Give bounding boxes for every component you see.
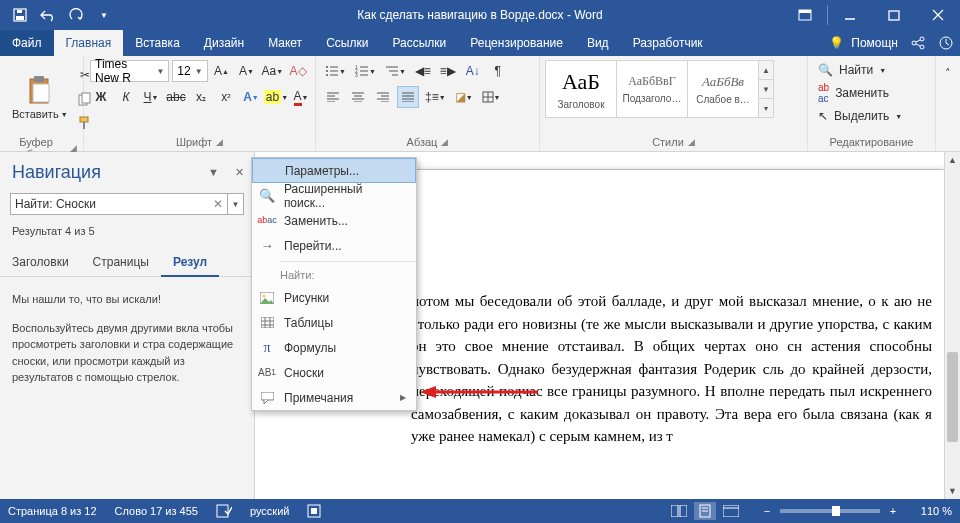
- justify-button[interactable]: [397, 86, 419, 108]
- scroll-thumb[interactable]: [947, 352, 958, 442]
- shading-button[interactable]: ◪▼: [452, 86, 476, 108]
- ribbon-display-options[interactable]: [783, 0, 827, 30]
- tab-file[interactable]: Файл: [0, 30, 54, 56]
- tab-view[interactable]: Вид: [575, 30, 621, 56]
- nav-tab-pages[interactable]: Страницы: [81, 249, 161, 276]
- paste-button[interactable]: Вставить▼: [6, 60, 74, 134]
- zoom-level[interactable]: 110 %: [906, 505, 952, 517]
- align-center-button[interactable]: [347, 86, 369, 108]
- menu-goto[interactable]: →Перейти...: [252, 233, 416, 258]
- grow-font-button[interactable]: A▲: [211, 60, 233, 82]
- font-color-button[interactable]: A▼: [290, 86, 312, 108]
- minimize-button[interactable]: [828, 0, 872, 30]
- nav-found-header: Мы нашли то, что вы искали!: [12, 291, 242, 308]
- font-size-combo[interactable]: 12▼: [172, 60, 207, 82]
- replace-button[interactable]: abacЗаменить: [814, 81, 929, 105]
- text-effects-button[interactable]: A▼: [240, 86, 262, 108]
- menu-advanced-search[interactable]: 🔍Расширенный поиск...: [252, 183, 416, 208]
- nav-pane-dropdown[interactable]: ▼: [208, 166, 219, 179]
- tell-me[interactable]: 💡 Помощн: [821, 30, 904, 56]
- view-print-layout[interactable]: [694, 502, 716, 520]
- bold-button[interactable]: Ж: [90, 86, 112, 108]
- shrink-font-button[interactable]: A▼: [236, 60, 258, 82]
- nav-tab-headings[interactable]: Заголовки: [0, 249, 81, 276]
- zoom-slider-thumb[interactable]: [832, 506, 840, 516]
- menu-options[interactable]: Параметры...: [252, 158, 416, 183]
- menu-replace[interactable]: abacЗаменить...: [252, 208, 416, 233]
- tab-mailings[interactable]: Рассылки: [380, 30, 458, 56]
- superscript-button[interactable]: x²: [215, 86, 237, 108]
- subscript-button[interactable]: x₂: [190, 86, 212, 108]
- select-button[interactable]: ↖Выделить▼: [814, 108, 929, 124]
- menu-tables[interactable]: Таблицы: [252, 310, 416, 335]
- scroll-down-button[interactable]: ▼: [945, 483, 960, 499]
- multilevel-button[interactable]: ▼: [382, 60, 409, 82]
- zoom-slider[interactable]: [780, 509, 880, 513]
- tab-design[interactable]: Дизайн: [192, 30, 256, 56]
- tab-layout[interactable]: Макет: [256, 30, 314, 56]
- history-button[interactable]: [932, 30, 960, 56]
- undo-button[interactable]: [34, 1, 62, 29]
- style-weak-highlight[interactable]: АаБбВвСлабое в…: [687, 60, 759, 118]
- collapse-ribbon-button[interactable]: ˄: [937, 62, 959, 84]
- decrease-indent-button[interactable]: ◀≡: [412, 60, 434, 82]
- status-spellcheck[interactable]: [216, 504, 232, 518]
- align-left-button[interactable]: [322, 86, 344, 108]
- bullets-button[interactable]: ▼: [322, 60, 349, 82]
- align-right-button[interactable]: [372, 86, 394, 108]
- highlight-button[interactable]: ab▼: [265, 86, 287, 108]
- menu-formulas[interactable]: πФормулы: [252, 335, 416, 360]
- strikethrough-button[interactable]: abc: [165, 86, 187, 108]
- view-read-mode[interactable]: [668, 502, 690, 520]
- line-spacing-button[interactable]: ‡≡▼: [422, 86, 449, 108]
- italic-button[interactable]: К: [115, 86, 137, 108]
- zoom-out-button[interactable]: −: [760, 505, 774, 517]
- redo-button[interactable]: [62, 1, 90, 29]
- status-page[interactable]: Страница 8 из 12: [8, 505, 97, 517]
- sort-button[interactable]: A↓: [462, 60, 484, 82]
- nav-search-dropdown[interactable]: ▼: [228, 193, 244, 215]
- menu-comments[interactable]: Примечания▶: [252, 385, 416, 410]
- menu-pictures[interactable]: Рисунки: [252, 285, 416, 310]
- nav-search-clear[interactable]: ✕: [213, 197, 223, 211]
- status-words[interactable]: Слово 17 из 455: [115, 505, 198, 517]
- svg-rect-1: [16, 16, 24, 20]
- svg-point-9: [912, 41, 916, 45]
- save-button[interactable]: [6, 1, 34, 29]
- scroll-up-button[interactable]: ▲: [945, 152, 960, 168]
- status-macros[interactable]: [307, 504, 321, 518]
- share-button[interactable]: [904, 30, 932, 56]
- menu-footnotes[interactable]: AB1Сноски: [252, 360, 416, 385]
- maximize-button[interactable]: [872, 0, 916, 30]
- find-button[interactable]: 🔍Найти▼: [814, 62, 929, 78]
- view-web-layout[interactable]: [720, 502, 742, 520]
- svg-rect-66: [217, 505, 228, 517]
- nav-tab-results[interactable]: Резул: [161, 249, 219, 277]
- status-language[interactable]: русский: [250, 505, 289, 517]
- nav-search-input[interactable]: Найти: Сноски ✕: [10, 193, 228, 215]
- tab-insert[interactable]: Вставка: [123, 30, 192, 56]
- underline-button[interactable]: Ч▼: [140, 86, 162, 108]
- tab-references[interactable]: Ссылки: [314, 30, 380, 56]
- nav-tabs: Заголовки Страницы Резул: [0, 249, 254, 277]
- style-subheading[interactable]: АаБбВвГПодзаголо…: [616, 60, 688, 118]
- tab-review[interactable]: Рецензирование: [458, 30, 575, 56]
- tab-developer[interactable]: Разработчик: [621, 30, 715, 56]
- clear-formatting-button[interactable]: A◇: [287, 60, 309, 82]
- font-family-combo[interactable]: Times New R▼: [90, 60, 169, 82]
- nav-pane-close[interactable]: ✕: [235, 166, 244, 179]
- increase-indent-button[interactable]: ≡▶: [437, 60, 459, 82]
- change-case-button[interactable]: Aa▼: [261, 60, 284, 82]
- styles-gallery-scroll[interactable]: ▲▼▾: [758, 60, 774, 118]
- lightbulb-icon: 💡: [827, 34, 845, 52]
- svg-point-10: [920, 37, 924, 41]
- style-heading[interactable]: АаБЗаголовок: [545, 60, 617, 118]
- qat-customize-button[interactable]: ▼: [90, 1, 118, 29]
- close-button[interactable]: [916, 0, 960, 30]
- numbering-button[interactable]: 123▼: [352, 60, 379, 82]
- tab-home[interactable]: Главная: [54, 30, 124, 56]
- zoom-in-button[interactable]: +: [886, 505, 900, 517]
- show-marks-button[interactable]: ¶: [487, 60, 509, 82]
- borders-button[interactable]: ▼: [479, 86, 504, 108]
- vertical-scrollbar[interactable]: ▲ ▼: [944, 152, 960, 499]
